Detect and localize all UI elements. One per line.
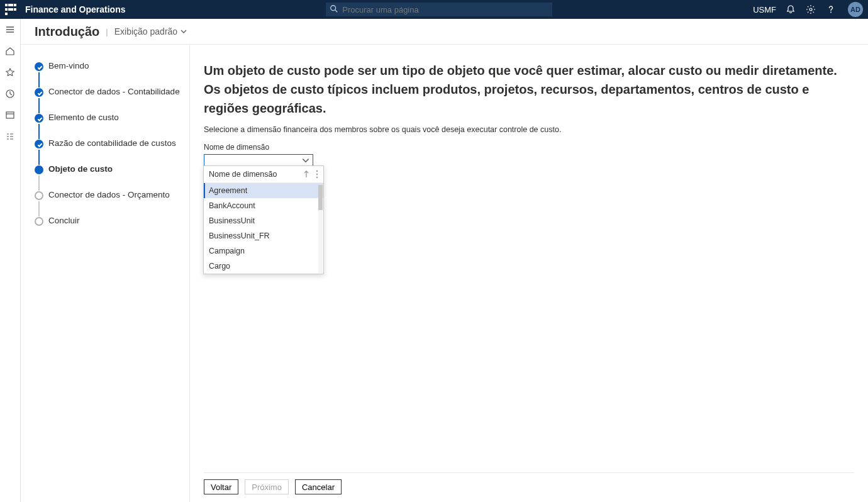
page-title: Introdução [35,25,99,39]
page-header: Introdução | Exibição padrão [21,19,868,44]
pending-step-icon [35,191,43,200]
wizard-step[interactable]: Conector de dados - Orçamento [35,190,184,199]
wizard-step-label: Conector de dados - Orçamento [48,190,170,199]
dropdown-option[interactable]: Cargo [204,259,323,274]
more-options-icon[interactable] [316,170,318,179]
svg-point-2 [810,8,812,11]
svg-point-3 [830,12,832,13]
step-heading: Um objeto de custo pode ser um tipo de o… [204,61,854,118]
svg-point-6 [316,170,318,172]
sort-asc-icon[interactable] [303,170,309,178]
wizard-step-label: Elemento de custo [48,113,119,122]
dropdown-option[interactable]: Agreement [204,183,323,198]
company-code[interactable]: USMF [753,5,776,14]
dropdown-option[interactable]: BusinessUnit_FR [204,228,323,243]
wizard-step[interactable]: Elemento de custo [35,113,184,122]
chevron-down-icon [180,28,187,35]
wizard-steps-nav: Bem-vindoConector de dados - Contabilida… [21,45,190,502]
scrollbar-thumb[interactable] [318,185,323,210]
pending-step-icon [35,217,43,226]
app-launcher-icon[interactable] [5,4,16,15]
user-avatar[interactable]: AD [848,2,863,17]
current-step-icon [35,165,43,174]
nav-hamburger-icon[interactable] [4,24,16,35]
svg-rect-5 [6,112,14,118]
wizard-step-label: Concluir [48,216,80,225]
wizard-step[interactable]: Bem-vindo [35,61,184,70]
check-circle-icon [35,140,43,148]
settings-icon[interactable] [805,4,816,15]
dropdown-option[interactable]: Campaign [204,243,323,259]
view-label: Exibição padrão [114,26,177,36]
wizard-step[interactable]: Objeto de custo [35,164,184,174]
wizard-step[interactable]: Conector de dados - Contabilidade [35,87,184,96]
search-input[interactable] [326,3,552,16]
recent-icon[interactable] [4,88,16,99]
global-search[interactable] [326,3,552,16]
dimension-dropdown: Nome de dimensão AgreementBankAccountBu [203,165,324,274]
check-circle-icon [35,62,43,71]
wizard-step-label: Bem-vindo [48,61,89,70]
left-rail [0,19,21,502]
chevron-down-icon[interactable] [301,156,310,165]
dropdown-option[interactable]: BusinessUnit [204,213,323,228]
workspaces-icon[interactable] [4,109,16,121]
favorites-icon[interactable] [4,67,16,78]
dropdown-option[interactable]: BankAccount [204,198,323,213]
global-header: Finance and Operations USMF AD [0,0,868,19]
svg-point-8 [316,177,318,178]
wizard-step-label: Objeto de custo [48,164,113,174]
wizard-step-label: Conector de dados - Contabilidade [48,87,180,96]
svg-point-7 [316,174,318,175]
dimension-field-label: Nome de dimensão [204,143,854,152]
check-circle-icon [35,114,43,123]
view-selector[interactable]: Exibição padrão [114,26,187,36]
home-icon[interactable] [4,45,16,57]
wizard-step-label: Razão de contabilidade de custos [48,138,176,148]
dropdown-header-label: Nome de dimensão [209,170,277,179]
app-title: Finance and Operations [25,4,125,14]
wizard-step[interactable]: Concluir [35,216,184,225]
dropdown-header[interactable]: Nome de dimensão [204,166,323,183]
modules-icon[interactable] [4,131,16,142]
back-button[interactable]: Voltar [204,479,238,494]
help-icon[interactable] [825,4,837,15]
wizard-step[interactable]: Razão de contabilidade de custos [35,138,184,148]
step-subtext: Selecione a dimensão financeira dos memb… [204,125,854,134]
wizard-content: Um objeto de custo pode ser um tipo de o… [190,45,868,502]
wizard-footer: Voltar Próximo Cancelar [204,472,854,502]
next-button: Próximo [245,479,289,494]
check-circle-icon [35,88,43,97]
cancel-button[interactable]: Cancelar [295,479,342,494]
notifications-icon[interactable] [785,4,796,15]
